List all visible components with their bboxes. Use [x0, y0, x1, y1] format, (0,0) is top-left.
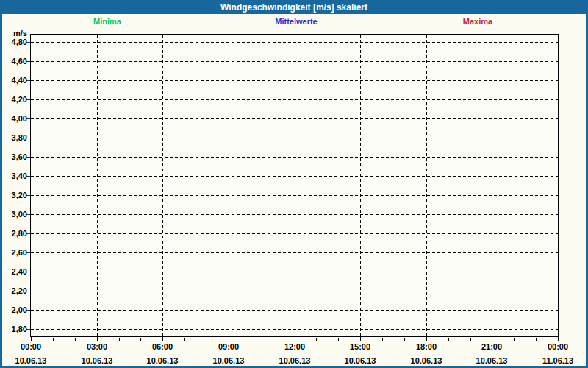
x-date-label: 11.06.13	[531, 356, 585, 366]
x-date-label: 10.06.13	[70, 356, 124, 366]
x-tick-mark	[338, 338, 339, 341]
legend-item-minima: Minima	[67, 17, 148, 26]
y-tick-label: 2,80	[1, 228, 27, 238]
y-tick-label: 2,00	[1, 305, 27, 315]
y-tick-label: 3,40	[1, 171, 27, 181]
x-tick-mark	[382, 338, 383, 341]
y-tick-label: 3,00	[1, 209, 27, 219]
x-tick-mark	[426, 337, 427, 341]
x-time-label: 15:00	[333, 342, 387, 352]
x-time-label: 18:00	[399, 342, 453, 352]
x-tick-mark	[536, 338, 537, 341]
x-tick-mark	[273, 338, 273, 341]
x-tick-mark	[119, 338, 120, 341]
x-gridline	[97, 35, 98, 336]
x-date-label: 10.06.13	[399, 356, 453, 366]
x-time-label: 00:00	[531, 342, 585, 352]
x-tick-mark	[251, 338, 251, 341]
x-tick-mark	[404, 338, 405, 341]
x-gridline	[295, 35, 295, 336]
chart-title-bar: Windgeschwindigkeit [m/s] skaliert	[0, 0, 588, 14]
x-tick-mark	[295, 337, 295, 341]
chart-window: Windgeschwindigkeit [m/s] skaliert m/s 4…	[0, 0, 588, 368]
x-time-label: 09:00	[201, 342, 256, 352]
y-tick-label: 3,80	[1, 132, 27, 143]
x-date-label: 10.06.13	[268, 356, 322, 366]
x-time-label: 06:00	[135, 342, 190, 352]
x-time-label: 03:00	[70, 342, 124, 352]
x-tick-mark	[470, 338, 471, 341]
x-tick-mark	[207, 338, 207, 341]
x-gridline	[426, 35, 427, 336]
y-tick-label: 4,60	[1, 56, 27, 66]
plot-area	[30, 34, 559, 337]
x-tick-mark	[140, 338, 141, 341]
x-tick-mark	[184, 338, 185, 341]
x-tick-mark	[31, 337, 32, 341]
y-tick-label: 4,20	[1, 94, 27, 105]
y-tick-label: 3,20	[1, 190, 27, 200]
x-gridline	[229, 35, 229, 336]
y-tick-label: 2,40	[1, 266, 27, 277]
x-tick-mark	[53, 338, 54, 341]
y-tick-label: 1,80	[1, 324, 27, 334]
x-tick-mark	[448, 338, 449, 341]
x-time-label: 21:00	[465, 342, 519, 352]
x-date-label: 10.06.13	[135, 356, 190, 366]
x-date-label: 10.06.13	[4, 356, 58, 366]
x-tick-mark	[514, 338, 514, 341]
y-tick-label: 4,80	[1, 37, 27, 47]
y-tick-label: 4,00	[1, 113, 27, 124]
x-tick-mark	[360, 337, 361, 341]
chart-title: Windgeschwindigkeit [m/s] skaliert	[220, 2, 368, 13]
x-tick-mark	[558, 337, 559, 341]
y-tick-label: 4,40	[1, 75, 27, 85]
x-date-label: 10.06.13	[201, 356, 256, 366]
y-tick-label: 2,20	[1, 286, 27, 296]
legend-item-maxima: Maxima	[437, 17, 518, 26]
x-tick-mark	[97, 337, 98, 341]
y-tick-label: 2,60	[1, 247, 27, 258]
x-time-label: 00:00	[4, 342, 58, 352]
x-gridline	[162, 35, 163, 336]
y-tick-label: 3,60	[1, 152, 27, 162]
x-time-label: 12:00	[268, 342, 322, 352]
x-date-label: 10.06.13	[333, 356, 387, 366]
x-tick-mark	[75, 338, 76, 341]
x-tick-mark	[229, 337, 229, 341]
x-gridline	[360, 35, 361, 336]
x-tick-mark	[162, 337, 163, 341]
legend-item-mittelwerte: Mittelwerte	[256, 17, 337, 26]
x-tick-mark	[492, 337, 492, 341]
x-tick-mark	[316, 338, 317, 341]
x-date-label: 10.06.13	[465, 356, 519, 366]
x-gridline	[492, 35, 492, 336]
